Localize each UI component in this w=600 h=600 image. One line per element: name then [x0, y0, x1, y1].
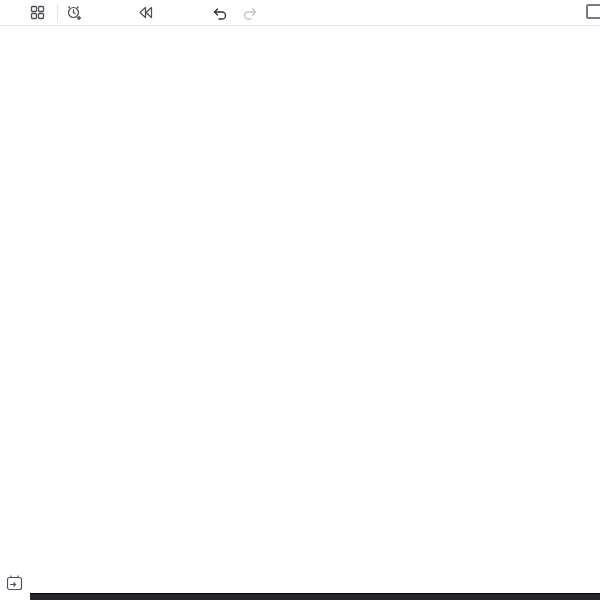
toolbar-divider: [57, 4, 58, 21]
replay-button[interactable]: [138, 0, 158, 25]
alert-button[interactable]: [66, 0, 87, 25]
rewind-icon: [138, 6, 153, 19]
ohlc-legend[interactable]: [3, 31, 19, 43]
undo-icon: [212, 6, 228, 20]
calendar-goto-icon: [6, 574, 24, 591]
alarm-clock-plus-icon: [66, 5, 82, 21]
redo-button[interactable]: [242, 0, 258, 25]
window-bottom-bar: [30, 593, 600, 600]
grid-layout-icon: [30, 5, 45, 20]
undo-button[interactable]: [212, 0, 228, 25]
go-to-date-button[interactable]: [6, 574, 24, 591]
toolbar: [0, 0, 600, 26]
screenshot-frame-icon[interactable]: [586, 4, 600, 19]
price-chart[interactable]: [0, 0, 600, 600]
redo-icon: [242, 6, 258, 20]
trading-chart-app: [0, 0, 600, 600]
layout-grid-button[interactable]: [30, 0, 45, 25]
